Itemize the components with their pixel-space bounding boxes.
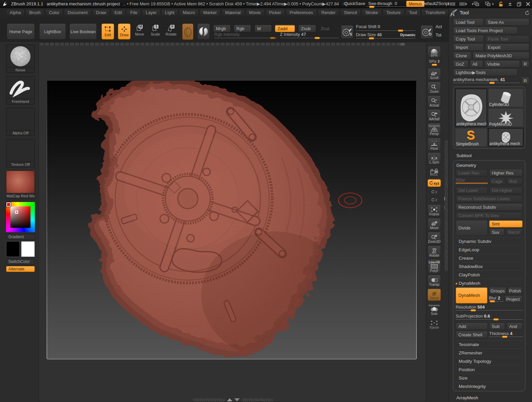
spix-slider[interactable]: SPix 3 xyxy=(429,59,440,67)
transp-button[interactable]: Transp xyxy=(428,275,441,287)
tool-r-button[interactable]: R xyxy=(521,77,529,84)
floor-button[interactable]: X Y Z Floor xyxy=(428,138,441,151)
menu-item[interactable]: Tool xyxy=(405,9,421,16)
current-material-button[interactable] xyxy=(182,23,194,40)
rotate3d-button[interactable]: Rotate xyxy=(428,246,441,258)
subsection-header[interactable]: ClayPolish xyxy=(456,270,523,279)
matcap-thumbnail[interactable]: MatCap Red Wax xyxy=(6,171,35,199)
gy-button[interactable]: y xyxy=(431,188,437,195)
menu-item[interactable]: Transform xyxy=(422,9,449,16)
thickness-slider[interactable]: Thickness 4 xyxy=(489,331,523,339)
polymesh3d-thumbnail[interactable]: PolyMesh3D xyxy=(488,108,524,127)
reconstruct-subdiv-button[interactable]: Reconstruct Subdiv xyxy=(456,203,523,211)
lock-icon[interactable] xyxy=(499,2,503,7)
bpr-button[interactable]: BPR xyxy=(428,46,441,58)
prev-window-icon[interactable] xyxy=(472,2,480,6)
reuv-button[interactable]: ReUV xyxy=(506,228,523,236)
subsection-header[interactable]: Modify Topology xyxy=(456,357,523,365)
scale-mode-button[interactable]: S Scale xyxy=(149,24,161,36)
simplebrush-thumbnail[interactable]: S SimpleBrush xyxy=(455,128,487,147)
alpha-noise-thumbnail[interactable]: Noise xyxy=(6,45,35,73)
del-lower-button[interactable]: Del Lower xyxy=(456,187,488,194)
palette-arrow-icon[interactable] xyxy=(450,9,458,17)
draw-mode-button[interactable]: Draw xyxy=(118,23,131,40)
default-zscript-button[interactable]: DefaultZScript xyxy=(422,1,449,6)
menu-item[interactable]: Color xyxy=(45,9,63,16)
panel-scroll-strip[interactable] xyxy=(445,186,448,250)
menu-item[interactable]: Render xyxy=(318,9,339,16)
switchcolor-button[interactable]: SwitchColor xyxy=(6,259,35,265)
divide-button[interactable]: Divide xyxy=(456,220,488,236)
import-button[interactable]: Import xyxy=(453,44,484,51)
focal-shift-slider[interactable]: Focal Shift 0 xyxy=(356,24,415,29)
cage-button[interactable]: Cage xyxy=(489,178,505,185)
zsub-button[interactable]: Zsub xyxy=(298,25,316,32)
rgb-button[interactable]: Rgb xyxy=(234,25,251,32)
all-button[interactable]: All xyxy=(470,60,483,68)
secondary-color-swatch[interactable] xyxy=(21,241,35,257)
lightbox-button[interactable]: LightBox xyxy=(39,23,66,40)
stroke-d-button[interactable]: D xyxy=(421,25,433,39)
geometry-section[interactable]: Geometry xyxy=(456,162,523,169)
resolution-slider[interactable]: Resolution 504 xyxy=(456,305,523,313)
higher-res-button[interactable]: Higher Res xyxy=(489,169,523,177)
scroll-button[interactable]: Scroll xyxy=(428,68,441,80)
zoom-button[interactable]: Zoom xyxy=(428,82,441,94)
subsection-header[interactable]: Size xyxy=(456,374,523,382)
zadd-button[interactable]: Zadd xyxy=(275,25,295,32)
zcut-button[interactable]: Zcut xyxy=(318,25,332,32)
save-as-button[interactable]: Save As xyxy=(485,18,529,26)
edit-mode-button[interactable]: Edit xyxy=(101,23,114,40)
menu-item[interactable]: Stroke xyxy=(362,9,382,16)
alternate-button[interactable]: Alternate xyxy=(6,266,35,272)
make-polymesh3d-button[interactable]: Make PolyMesh3D xyxy=(473,52,529,59)
minimize-icon[interactable] xyxy=(508,2,512,6)
convert-bpr-button[interactable]: Convert BPR To Geo xyxy=(456,212,523,219)
menu-item[interactable]: Light xyxy=(161,9,178,16)
menu-item[interactable]: Draw xyxy=(92,9,110,16)
subsection-header[interactable]: Position xyxy=(456,365,523,374)
z-intensity-slider[interactable]: Z Intensity 47 xyxy=(280,32,339,37)
mrgb-button[interactable]: Mrgb xyxy=(213,25,231,32)
blur-slider[interactable]: Blur 2 xyxy=(489,295,504,304)
visible-button[interactable]: Visible xyxy=(484,60,520,68)
scroll-up-icon[interactable] xyxy=(227,398,232,401)
frame-button[interactable]: Frame xyxy=(428,204,441,217)
xpose-button[interactable]: Xpose xyxy=(428,318,441,330)
actual-button[interactable]: x1 Actual xyxy=(428,95,441,108)
goz-r-button[interactable]: R xyxy=(521,60,529,68)
palette-section-header[interactable]: ArrayMesh xyxy=(453,394,529,402)
menu-item[interactable]: Preferences xyxy=(286,9,317,16)
menu-item[interactable]: Layer xyxy=(142,9,160,16)
menu-item[interactable]: Macro xyxy=(179,9,199,16)
aahalf-button[interactable]: AAHalf xyxy=(428,109,441,122)
stroke-freehand-thumbnail[interactable]: FreeHand xyxy=(6,76,35,105)
subsection-header[interactable]: Tessimate xyxy=(456,340,523,348)
gradient-button[interactable]: Gradient xyxy=(6,234,35,240)
document-top-scrollbar[interactable] xyxy=(40,43,406,46)
menu-item[interactable]: File xyxy=(127,9,141,16)
menu-item[interactable]: Alpha xyxy=(6,9,24,16)
rgb-intensity-slider[interactable]: Rgb Intensity xyxy=(214,32,277,37)
live-boolean-button[interactable]: Live Boolean xyxy=(69,23,97,40)
and-button[interactable]: And xyxy=(507,323,523,330)
menu-item[interactable]: Document xyxy=(64,9,91,16)
stroke-s-button[interactable]: S xyxy=(341,25,354,39)
dynamesh-section[interactable]: DynaMesh xyxy=(456,279,523,287)
alpha-off-thumbnail[interactable]: Alpha Off xyxy=(6,108,35,136)
subsection-header[interactable]: Dynamic Subdiv xyxy=(456,237,523,245)
suv-button[interactable]: Suv xyxy=(489,228,505,236)
current-tool-thumbnail[interactable]: antikythera mech xyxy=(455,88,487,127)
sub-button[interactable]: Sub xyxy=(489,323,505,330)
load-tool-button[interactable]: Load Tool xyxy=(453,18,484,26)
dynamesh-button[interactable]: DynaMesh xyxy=(456,287,487,304)
del-higher-button[interactable]: Del Higher xyxy=(489,187,523,194)
menu-item[interactable]: Stencil xyxy=(340,9,361,16)
goz-button[interactable]: GoZ xyxy=(453,60,468,68)
menu-item[interactable]: Marker xyxy=(200,9,220,16)
persp-button[interactable]: Dynamic Persp xyxy=(428,123,441,136)
copy-tool-button[interactable]: Copy Tool xyxy=(453,35,484,43)
camera-lock-button[interactable] xyxy=(430,166,439,178)
draw-size-slider[interactable]: Draw Size 48 Dynamic xyxy=(356,32,415,37)
create-shell-button[interactable]: Create Shell xyxy=(456,331,488,338)
